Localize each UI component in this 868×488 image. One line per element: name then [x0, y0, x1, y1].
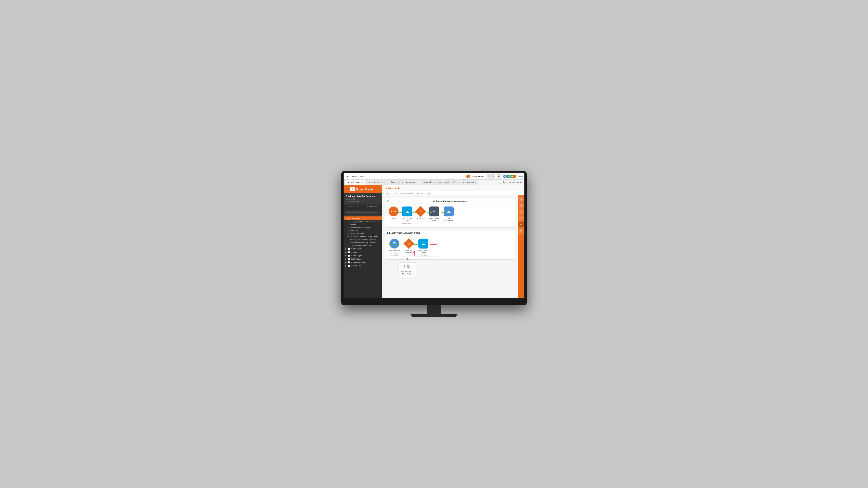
- sidebar-item-label: 1.0 New Leads: [348, 217, 360, 219]
- add-tool-button[interactable]: ✦: [519, 203, 524, 208]
- node-live-offers[interactable]: ☁ NE_eComm Upsert Live Offers: [417, 238, 429, 257]
- avatar: J: [466, 174, 470, 178]
- highlight-invalid-container: Highlight Invalid Items: [499, 181, 524, 184]
- svg-rect-7: [404, 265, 408, 268]
- tab-retargets-close[interactable]: ✕: [416, 182, 417, 183]
- node-sort-map[interactable]: ⇄ Sort & Map: [416, 206, 426, 220]
- sidebar-item-ne-ecomm[interactable]: NE_eComm Upset Live Offers: [344, 244, 382, 247]
- filter-icon[interactable]: ⊟: [378, 211, 380, 214]
- tab-new-leads[interactable]: 1.0 New Leads ✕: [344, 180, 365, 185]
- offers-match-container: 2.11 Offers Match Offers To Cust.: [398, 262, 416, 277]
- sidebar-item-loyalty-offers[interactable]: ▶ 2.1 North American Loyalty Offers: [344, 235, 382, 238]
- canvas-card-offers: 2.1 North American Loyalty Offers ···: [385, 230, 515, 260]
- chevron-right-icon: ▶: [348, 236, 350, 238]
- workflow-tab-label: 1.0 New Leads: [386, 187, 400, 189]
- tab-new-leads-close[interactable]: ✕: [362, 182, 363, 183]
- workflow-tab-new-leads[interactable]: 1.0 New Leads ✕: [384, 186, 404, 191]
- offers-match-icon: [399, 264, 415, 270]
- sidebar-tab-workflows[interactable]: WORKFLOWS: [344, 204, 363, 209]
- avatar-j: J: [513, 174, 517, 178]
- node-loyalty-candidates[interactable]: ☁ Loyalty Candidates: [443, 206, 455, 222]
- highlight-invalid-checkbox[interactable]: [499, 181, 501, 184]
- sidebar-item-label: 4.0 ReTargets: [351, 255, 363, 257]
- sidebar-item-watson-query[interactable]: Watson Query Sorted By Sentiment: [344, 238, 382, 241]
- sidebar-search-input[interactable]: [345, 211, 377, 214]
- card-offers-more[interactable]: ···: [511, 232, 513, 234]
- tab-unsubs-close[interactable]: ✕: [433, 182, 435, 183]
- sidebar-item-salesforce[interactable]: Salesforce New Purchases: [344, 226, 382, 229]
- sidebar-item-query-accounts[interactable]: ▼ 1.0 Query North American Accounts: [344, 220, 382, 223]
- node-new-purchases[interactable]: ☁ NE_eComm Query New Purchases: [401, 206, 413, 225]
- forward-arrow[interactable]: ›: [491, 174, 495, 178]
- tab-top100-close[interactable]: ✕: [474, 182, 476, 183]
- hamburger-icon[interactable]: ☰: [346, 187, 349, 191]
- ne-ecomm-icon: ☁: [421, 241, 426, 246]
- copy-tool-button[interactable]: ⊡: [519, 209, 524, 215]
- sidebar-item-organic[interactable]: ▶ 📄 6.0 Organic Traffic: [344, 261, 382, 264]
- sidebar-item-mine-top[interactable]: Transformation Mine Top Candidates: [344, 241, 382, 244]
- sidebar-item-loyalty-candidates[interactable]: Loyalty Candidates: [344, 232, 382, 235]
- sidebar-item-new-leads[interactable]: ▼ 1.0 New Leads: [344, 217, 382, 220]
- project-section: Customer Loyalty Program Version: 2.2 En…: [344, 193, 382, 204]
- chevron-right-icon: ▶: [345, 252, 347, 253]
- undo-tool-button[interactable]: ↺: [519, 216, 524, 221]
- sidebar-tab-components[interactable]: COMPONENTS: [363, 204, 382, 209]
- sort-map-shape: ⇄: [416, 206, 426, 217]
- tab-offers[interactable]: 3.0 Offers ✕: [384, 180, 400, 185]
- workflow-toolbar: Saving... Last Deployed: Month, Day, Yea…: [382, 191, 524, 195]
- sidebar-item-offers[interactable]: ▶ 📄 3.0 Offers: [344, 251, 382, 254]
- tab-referrals[interactable]: 2.0 Referrals ✕: [366, 180, 384, 185]
- settings-button[interactable]: ⚙: [497, 174, 501, 178]
- card-query-more[interactable]: ···: [511, 200, 513, 202]
- app-name: Design Studio: [356, 188, 373, 191]
- initialize-shape: </>: [389, 206, 399, 217]
- card-offers-title: 2.1 North American Loyalty Offers: [387, 232, 420, 234]
- doc-icon: 📄: [348, 255, 350, 257]
- sidebar-item-retargets[interactable]: ▶ 📄 4.0 ReTargets: [344, 254, 382, 257]
- chevron-right-icon: ▶: [345, 265, 347, 267]
- sidebar-item-sort-map[interactable]: Sort & Map: [344, 229, 382, 232]
- sidebar-item-unsubs[interactable]: ▶ 📄 5.0 UnSubs: [344, 257, 382, 261]
- tab-offers-close[interactable]: ✕: [396, 182, 398, 183]
- top-nav: Welcome back, Jason J BitStreamPro ‹ › ⚙…: [344, 173, 524, 180]
- back-arrow[interactable]: ‹: [487, 174, 491, 178]
- node-watson-feed[interactable]: W Watson Feed Write: [428, 206, 440, 222]
- card-query-title: 1.0 Query North American Accounts: [433, 200, 467, 202]
- node-watson-query[interactable]: W Watson Query Sorted By Sentiment: [389, 238, 400, 256]
- offers-match-shape: [404, 264, 411, 269]
- sidebar-item-referrals[interactable]: ▶ 📄 2.0 Referrals: [344, 247, 382, 251]
- last-deployed-text: Last Deployed: Month, Day, Year, Time: [393, 192, 424, 194]
- live-offers-label: Live Offers: [420, 255, 427, 256]
- main-tabs-row: 1.0 New Leads ✕ 2.0 Referrals ✕ 3.0 Offe…: [344, 180, 524, 185]
- grid-tool-button[interactable]: ⊞: [519, 197, 524, 202]
- tab-organic[interactable]: 6.0 Organic Traffic ✕: [437, 180, 460, 185]
- tab-top100[interactable]: 7.0 Top 100 ✕: [461, 180, 478, 185]
- action-tool-button[interactable]: ⚡: [519, 222, 524, 227]
- cloud-icon: ☁: [447, 209, 451, 214]
- history-link[interactable]: History: [426, 192, 431, 194]
- tab-unsubs[interactable]: 5.0 UnSubs ✕: [420, 180, 437, 185]
- chevron-right-icon: ▶: [345, 262, 347, 263]
- svg-marker-8: [408, 265, 410, 268]
- help-button[interactable]: Help: [518, 175, 523, 177]
- node-mine-top[interactable]: ⇄ Mine Top Candidates: [403, 238, 415, 254]
- workflow-canvas: ⊡ 1.0 Query North American Accounts ···: [382, 195, 518, 298]
- sidebar-item-initialize[interactable]: Initialize: [344, 223, 382, 226]
- sidebar-header: ☰ ✦ Design Studio: [344, 185, 382, 193]
- top-nav-left: Welcome back, Jason: [345, 175, 365, 177]
- tab-referrals-close[interactable]: ✕: [380, 182, 382, 183]
- card-query-resize[interactable]: ⊡: [387, 200, 389, 202]
- canvas-card-offers-match[interactable]: 2.11 Offers Match Offers To Cust.: [398, 262, 416, 277]
- tab-organic-close[interactable]: ✕: [457, 182, 458, 183]
- live-offers-sublabel: NE_eComm Upsert: [417, 250, 429, 254]
- sidebar-item-top100[interactable]: ▶ 📄 7.0 Top 100: [344, 264, 382, 267]
- chevron-down-icon: ▼: [345, 217, 347, 219]
- chevron-right-icon: ▶: [345, 255, 347, 257]
- tab-retargets[interactable]: 4.0 ReTargets ✕: [400, 180, 419, 185]
- tab-top100-label: 7.0 Top 100: [463, 181, 473, 184]
- project-more-button[interactable]: ···: [377, 194, 380, 198]
- code-tool-button[interactable]: </>: [519, 228, 524, 234]
- workflow-tab-close[interactable]: ✕: [401, 187, 402, 189]
- sidebar-item-label: 2.0 Referrals: [351, 248, 362, 250]
- node-initialize[interactable]: </> Initialize: [389, 206, 399, 220]
